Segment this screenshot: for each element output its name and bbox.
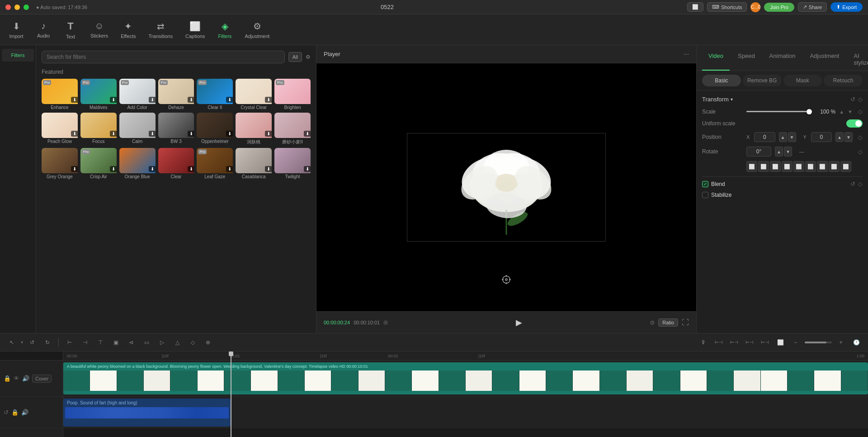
transform-section-header[interactable]: Transform ▾ ↺ ◇ [702,96,863,103]
filter-addcolor[interactable]: Pro ⬇ Add Color [119,79,156,110]
toolbar-filters[interactable]: ◈ Filters [212,18,237,42]
align-extra3[interactable]: ⬜ [840,161,851,172]
cursor-tool[interactable]: ↖ [5,336,18,349]
filter-brighten[interactable]: Pro Brighten [274,79,311,110]
toolbar-captions[interactable]: ⬜ Captions [180,18,210,42]
crop-tool[interactable]: ◇ [186,336,199,349]
filter-peachglow[interactable]: ⬇ Peach Glow [42,113,78,145]
scale-slider[interactable] [746,111,809,112]
toolbar-adjustment[interactable]: ⚙ Adjustment [239,18,275,42]
filter-greyorange[interactable]: ⬇ Grey Orange [42,148,78,179]
join-pro-button[interactable]: Join Pro [764,3,794,12]
filter-calm[interactable]: ⬇ Calm [119,113,156,145]
subtab-mask[interactable]: Mask [783,75,822,86]
reset-icon[interactable]: ↺ [850,96,855,103]
toolbar-effects[interactable]: ✦ Effects [115,18,141,42]
shortcuts-button[interactable]: ⌨ Shortcuts [707,2,747,12]
blend-checkbox[interactable]: ✓ [702,181,708,187]
sidebar-item-filters[interactable]: Filters [2,49,34,62]
split-tool[interactable]: ⊢ [63,336,76,349]
toolbar-import[interactable]: ⬇ Import [4,18,29,42]
tl-btn4[interactable]: ⊢⊣ [759,336,771,349]
filter-oppenheimer[interactable]: ⬇ Oppenheimer [197,113,233,145]
close-button[interactable] [5,5,11,10]
screen-record-button[interactable]: ⬜ [687,2,703,12]
filter-misha[interactable]: ⬇ 磨砂小麦II [274,113,311,145]
tab-animation[interactable]: Animation [763,49,802,71]
filter-clear[interactable]: ⬇ Clear [158,148,194,179]
export-button[interactable]: ⬆ Export [830,2,863,12]
align-bottom[interactable]: ⬜ [805,161,816,172]
scale-stepper-down[interactable]: ▼ [848,109,853,114]
filter-leafgaze[interactable]: Pro ⬇ Leaf Gaze [197,148,233,179]
filter-bw3[interactable]: ⬇ BW 3 [158,113,194,145]
pos-y-down[interactable]: ▼ [844,132,853,142]
filter-crispair[interactable]: Pro ⬇ Crisp Air [80,148,117,179]
rotate-up[interactable]: ▲ [775,147,783,157]
share-button[interactable]: ↗ Share [798,2,827,12]
video-clip[interactable]: A beautiful white peony bloomed on a bla… [63,362,868,394]
tab-video[interactable]: Video [702,49,730,71]
filter-orangeblue[interactable]: ⬇ Orange Blue [119,148,156,179]
blend-reset-icon[interactable]: ↺ [850,180,855,187]
audio-speaker-icon[interactable]: 🔊 [21,409,28,416]
stabilize-checkbox[interactable] [702,192,708,198]
lock-icon[interactable]: 🔒 [4,375,11,382]
avatar[interactable]: C...0 [750,2,760,12]
ratio-button[interactable]: Ratio [658,318,678,327]
subtab-retouch[interactable]: Retouch [824,75,863,86]
rotate-reset-icon[interactable]: ◇ [858,148,863,155]
filter-casablanca[interactable]: ⬇ Casablanca [236,148,272,179]
redo-tool[interactable]: ↻ [41,336,54,349]
align-extra2[interactable]: ⬜ [829,161,840,172]
mic-button[interactable]: 🎙 [697,336,710,349]
trim-tool[interactable]: ⊤ [94,336,107,349]
zoom-out-btn[interactable]: − [789,336,802,349]
align-top[interactable]: ⬜ [782,161,793,172]
pos-x-down[interactable]: ▼ [788,132,796,142]
filter-crystalclear[interactable]: ⬇ Crystal Clear [236,79,272,110]
player-menu-icon[interactable]: ⋯ [684,51,689,57]
marker-tool[interactable]: ⊲ [125,336,137,349]
audio-lock-icon[interactable]: 🔒 [11,409,19,416]
auto-tool[interactable]: ⊕ [202,336,214,349]
align-extra1[interactable]: ⬜ [817,161,828,172]
audio-clip[interactable]: Poop. Sound of fart (high and long) [63,399,231,427]
toolbar-stickers[interactable]: ☺ Stickers [85,18,113,41]
all-filter-button[interactable]: All [288,52,302,62]
delete-tool[interactable]: ▣ [109,336,122,349]
blend-diamond-icon[interactable]: ◇ [858,180,863,187]
maximize-button[interactable] [24,5,29,10]
loop-icon[interactable]: ↺ [4,409,9,416]
align-center-h[interactable]: ⬜ [758,161,769,172]
fullscreen-icon[interactable]: ⛶ [682,318,689,327]
pos-y-up[interactable]: ▲ [835,132,844,142]
cut-tool[interactable]: ⊣ [79,336,91,349]
undo-tool[interactable]: ↺ [26,336,38,349]
filter-clearii[interactable]: Pro ⬇ Clear II [197,79,233,110]
align-center-v[interactable]: ⬜ [793,161,804,172]
tab-speed[interactable]: Speed [731,49,761,71]
tab-ai-stylize[interactable]: AI stylize [847,49,868,71]
zoom-slider[interactable] [805,342,832,343]
subtab-removebg[interactable]: Remove BG [743,75,782,86]
diamond-icon[interactable]: ◇ [858,96,863,103]
scale-reset-icon[interactable]: ◇ [858,108,863,115]
rotate-input[interactable]: 0° [746,147,771,157]
tl-btn3[interactable]: ⊢⊣ [743,336,756,349]
tl-btn1[interactable]: ⊢⊣ [712,336,725,349]
filter-runsha[interactable]: ⬇ 润肤桃 [236,113,272,145]
position-y-input[interactable]: 0 [811,132,832,142]
zoom-in-btn[interactable]: + [835,336,847,349]
clock-btn[interactable]: 🕐 [850,336,863,349]
filter-focus[interactable]: ⬇ Focus [80,113,117,145]
toolbar-text[interactable]: T Text [58,18,83,42]
filter-enhance[interactable]: Pro ⬇ Enhance [42,79,78,110]
zoom-icon[interactable]: ⊙ [650,319,655,326]
filter-maldives[interactable]: Pro ⬇ Maldives [80,79,117,110]
scale-stepper-up[interactable]: ▲ [839,109,844,114]
search-input[interactable] [42,51,285,63]
speed-tool[interactable]: ▷ [156,336,168,349]
subtitle-btn[interactable]: ⬜ [774,336,787,349]
speaker-icon[interactable]: 🔊 [22,375,29,382]
